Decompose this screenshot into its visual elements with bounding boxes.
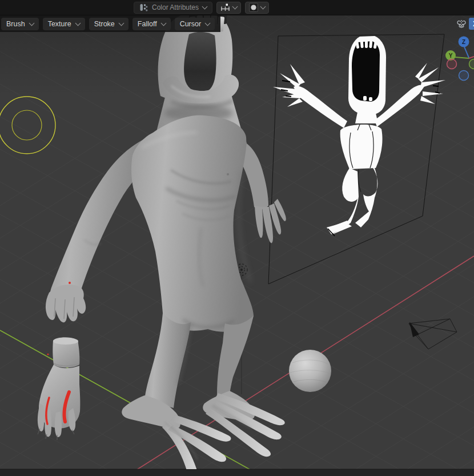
menu-falloff[interactable]: Falloff [132,18,171,30]
menu-stroke[interactable]: Stroke [89,18,128,30]
gizmo-y-label: Y [449,53,453,59]
falloff-curve-icon [220,3,230,11]
gizmo-neg-z-ball[interactable] [459,71,469,81]
symmetry-x-toggle[interactable]: X [469,18,474,30]
texture-circle-icon [249,3,258,12]
sphere-object[interactable] [289,350,331,392]
3d-viewport[interactable]: Z Y [0,0,474,476]
chevron-down-icon [118,20,124,26]
mask-texture-button[interactable] [245,2,269,14]
chevron-down-icon [260,4,266,10]
tool-header: Brush Texture Stroke Falloff Cursor [0,15,220,32]
menu-texture-label: Texture [48,20,71,28]
menu-brush-label: Brush [6,20,25,28]
gizmo-neg-x-ball[interactable] [447,59,457,69]
menu-texture[interactable]: Texture [43,18,85,30]
top-header-bar: Color Attributes [0,0,474,15]
falloff-curve-button[interactable] [216,2,241,14]
symmetry-controls: X [456,18,474,30]
color-attribute-icon [139,3,148,12]
menu-brush[interactable]: Brush [1,18,39,30]
menu-cursor[interactable]: Cursor [175,18,215,30]
gizmo-z-label: Z [462,39,465,45]
symmetry-butterfly-icon[interactable] [456,19,467,29]
chevron-down-icon [202,4,208,10]
color-attributes-label: Color Attributes [152,3,199,11]
menu-stroke-label: Stroke [94,20,115,28]
blender-window: Z Y Color Attributes [0,0,474,476]
paint-dot [69,282,71,284]
menu-falloff-label: Falloff [138,20,157,28]
chevron-down-icon [160,20,166,26]
sculpt-menu-group: Brush Texture Stroke Falloff Cursor [0,15,220,32]
chevron-down-icon [205,20,211,26]
bottom-strip [0,469,474,476]
chevron-down-icon [29,20,34,26]
color-attributes-selector[interactable]: Color Attributes [134,2,212,14]
chevron-down-icon [232,4,238,10]
chevron-down-icon [75,20,81,26]
menu-cursor-label: Cursor [180,20,202,28]
